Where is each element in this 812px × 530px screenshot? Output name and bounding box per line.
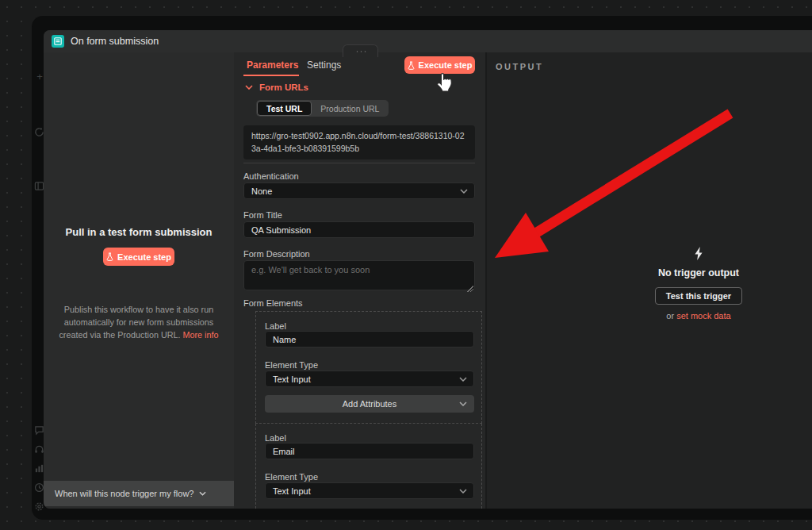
element-label-label: Label bbox=[265, 433, 286, 443]
add-attributes-button[interactable]: Add Attributes bbox=[265, 395, 474, 413]
execute-step-button-left[interactable]: Execute step bbox=[103, 248, 174, 266]
set-mock-data-link[interactable]: set mock data bbox=[676, 311, 730, 321]
output-panel-title: OUTPUT bbox=[496, 62, 543, 71]
node-detail-modal: On form submission Pull in a test form s… bbox=[44, 30, 812, 509]
flask-icon bbox=[408, 61, 415, 70]
test-url-tab[interactable]: Test URL bbox=[257, 101, 312, 116]
node-title: On form submission bbox=[71, 36, 159, 47]
panel-drag-handle[interactable] bbox=[343, 44, 378, 57]
trigger-heading: Pull in a test form submission bbox=[44, 226, 234, 238]
form-description-label: Form Description bbox=[243, 249, 310, 259]
form-trigger-node-icon bbox=[52, 35, 64, 48]
test-this-trigger-button[interactable]: Test this trigger bbox=[655, 287, 742, 305]
lightning-bolt-icon bbox=[623, 247, 774, 263]
element-type-label: Element Type bbox=[265, 472, 318, 482]
url-mode-toggle: Test URL Production URL bbox=[256, 100, 389, 117]
form-element-card: Label Element Type Text Input bbox=[255, 424, 482, 509]
form-elements-label: Form Elements bbox=[243, 298, 303, 308]
tab-settings[interactable]: Settings bbox=[307, 60, 341, 71]
element-label-label: Label bbox=[265, 321, 286, 331]
authentication-select[interactable]: None bbox=[243, 182, 475, 199]
chevron-down-icon bbox=[460, 189, 468, 194]
execute-step-button[interactable]: Execute step bbox=[404, 56, 475, 74]
element-type-select[interactable]: Text Input bbox=[265, 482, 474, 499]
test-url-value[interactable]: https://gro-test0902.app.n8n.cloud/form-… bbox=[243, 125, 475, 159]
element-label-input[interactable] bbox=[265, 443, 474, 459]
active-tab-underline bbox=[243, 75, 299, 76]
form-element-card: Label Element Type Text Input Add Attrib… bbox=[255, 311, 482, 424]
grip-dots-icon bbox=[355, 50, 366, 53]
tab-parameters[interactable]: Parameters bbox=[247, 60, 298, 71]
form-title-input[interactable] bbox=[243, 221, 475, 238]
production-url-tab[interactable]: Production URL bbox=[312, 101, 388, 116]
no-trigger-output-text: No trigger output bbox=[623, 267, 774, 278]
flask-icon bbox=[106, 252, 113, 261]
chevron-down-icon bbox=[245, 85, 253, 90]
trigger-footer-question[interactable]: When will this node trigger my flow? bbox=[44, 481, 234, 506]
modal-header: On form submission bbox=[44, 30, 812, 52]
element-type-select[interactable]: Text Input bbox=[265, 371, 474, 387]
trigger-input-panel: Pull in a test form submission Execute s… bbox=[44, 52, 234, 509]
output-panel: OUTPUT No trigger output Test this trigg… bbox=[487, 52, 812, 509]
divider bbox=[243, 163, 475, 163]
element-type-label: Element Type bbox=[265, 360, 318, 370]
chevron-down-icon bbox=[199, 491, 206, 496]
chevron-down-icon bbox=[459, 401, 467, 406]
form-title-label: Form Title bbox=[243, 210, 282, 220]
chevron-down-icon bbox=[459, 377, 467, 382]
mock-data-line: or set mock data bbox=[623, 311, 774, 321]
element-label-input[interactable] bbox=[265, 331, 474, 348]
modal-body: Pull in a test form submission Execute s… bbox=[44, 52, 812, 509]
authentication-label: Authentication bbox=[243, 171, 299, 181]
parameters-panel: Parameters Settings Execute step Form UR… bbox=[234, 52, 485, 509]
more-info-link[interactable]: More info bbox=[183, 330, 219, 340]
output-empty-state: No trigger output Test this trigger or s… bbox=[623, 247, 774, 321]
screen: { "window": { "title": "On form submissi… bbox=[0, 0, 812, 530]
form-urls-section-header[interactable]: Form URLs bbox=[245, 83, 308, 92]
form-description-textarea[interactable] bbox=[243, 260, 475, 290]
trigger-description: Publish this workflow to have it also ru… bbox=[52, 303, 226, 342]
chevron-down-icon bbox=[459, 489, 467, 494]
